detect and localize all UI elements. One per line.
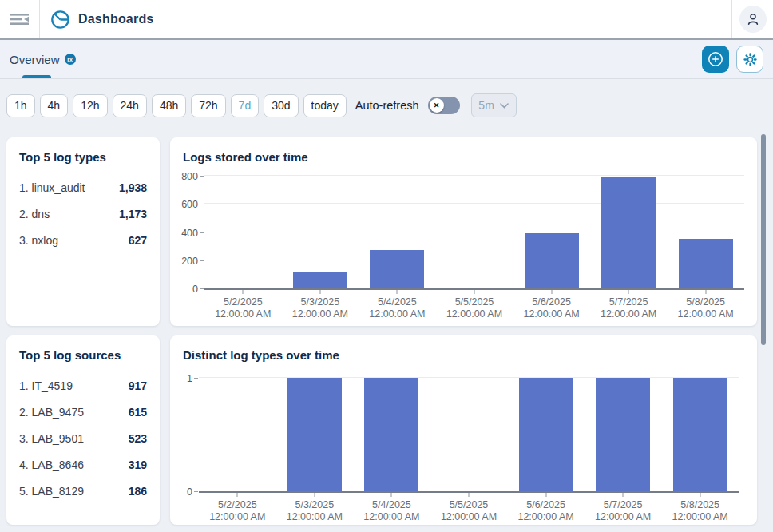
- x-axis-label-time: 12:00:00 AM: [656, 511, 744, 523]
- time-range-chip-1h[interactable]: 1h: [6, 94, 35, 117]
- x-axis-label: 5/5/202512:00:00 AM: [425, 499, 513, 523]
- y-axis-label: 800: [160, 171, 198, 182]
- tab-overview[interactable]: Overview rx: [10, 40, 76, 78]
- x-axis-label: 5/7/202512:00:00 AM: [585, 296, 672, 320]
- y-axis-label: 200: [160, 256, 198, 267]
- top-log-types-list: 1. linux_audit1,9382. dns1,1733. nxlog62…: [6, 164, 160, 253]
- x-axis-tick: [397, 290, 398, 294]
- time-range-chip-48h[interactable]: 48h: [152, 94, 186, 117]
- x-axis-tick: [700, 493, 700, 497]
- time-range-chip-72h[interactable]: 72h: [191, 94, 225, 117]
- x-axis-label-time: 12:00:00 AM: [199, 308, 287, 320]
- gridline-600: [204, 203, 744, 204]
- y-axis-label: 1: [154, 373, 192, 384]
- plus-circle-icon: [708, 51, 723, 67]
- item-label: 5. LAB_8129: [19, 485, 84, 498]
- x-axis-label-date: 5/8/2025: [662, 296, 750, 308]
- distinct-log-types-chart-plot: 015/2/202512:00:00 AM5/3/202512:00:00 AM…: [199, 378, 739, 493]
- item-value: 917: [129, 379, 147, 392]
- y-axis-tick: [200, 288, 204, 289]
- y-axis-label: 600: [160, 199, 198, 210]
- dashboards-logo-icon: [50, 10, 70, 30]
- x-axis-label: 5/2/202512:00:00 AM: [199, 296, 287, 320]
- dashboard-settings-button[interactable]: [736, 46, 763, 73]
- x-axis-label-time: 12:00:00 AM: [508, 308, 596, 320]
- bar-5/3/2025: [293, 272, 347, 288]
- refresh-interval-select[interactable]: 5m: [471, 93, 517, 117]
- list-item: 1. linux_audit1,938: [19, 174, 147, 200]
- list-item: 5. LAB_8129186: [19, 478, 147, 504]
- y-axis-tick: [200, 232, 204, 233]
- x-axis-label: 5/5/202512:00:00 AM: [430, 296, 518, 320]
- y-axis-label: 0: [160, 284, 198, 295]
- chevron-down-icon: [500, 103, 509, 109]
- item-label: 2. dns: [19, 208, 50, 220]
- list-item: 2. dns1,173: [19, 200, 147, 227]
- time-range-group: 1h4h12h24h48h72h7d30dtoday: [6, 94, 351, 117]
- top-bar: Dashboards: [0, 0, 773, 40]
- x-axis-label-time: 12:00:00 AM: [585, 308, 672, 320]
- time-range-chip-12h[interactable]: 12h: [73, 94, 107, 117]
- x-axis-label-date: 5/5/2025: [430, 296, 518, 308]
- x-axis-label-date: 5/7/2025: [585, 296, 672, 308]
- x-axis-label: 5/4/202512:00:00 AM: [353, 296, 441, 320]
- x-axis-label: 5/7/202512:00:00 AM: [579, 499, 667, 523]
- tab-overview-label: Overview: [10, 53, 60, 66]
- page-title: Dashboards: [78, 12, 153, 26]
- bar-5/4/2025: [364, 378, 418, 491]
- close-icon: ✕: [434, 101, 440, 109]
- x-axis-tick: [319, 290, 320, 294]
- item-value: 186: [129, 485, 147, 498]
- x-axis-tick: [628, 290, 629, 294]
- gear-icon: [743, 52, 758, 67]
- y-axis-tick: [200, 260, 204, 261]
- x-axis-label-date: 5/7/2025: [579, 499, 667, 511]
- item-value: 319: [129, 459, 147, 471]
- list-item: 1. IT_4519917: [19, 372, 147, 399]
- x-axis-label-time: 12:00:00 AM: [662, 308, 750, 320]
- top-log-sources-panel: Top 5 log sources 1. IT_45199172. LAB_94…: [6, 335, 160, 525]
- time-range-chip-30d[interactable]: 30d: [264, 94, 298, 117]
- item-value: 615: [129, 406, 147, 419]
- time-range-chip-24h[interactable]: 24h: [113, 94, 147, 117]
- item-label: 1. linux_audit: [19, 181, 85, 194]
- auto-refresh-label: Auto-refresh: [355, 99, 419, 112]
- time-range-chip-4h[interactable]: 4h: [40, 94, 69, 117]
- x-axis-label: 5/3/202512:00:00 AM: [276, 296, 364, 320]
- panel-title: Top 5 log sources: [6, 335, 160, 362]
- distinct-log-types-chart-panel: Distinct log types over time 015/2/20251…: [170, 335, 757, 525]
- time-range-chip-7d[interactable]: 7d: [231, 94, 260, 117]
- y-axis-tick: [194, 491, 198, 492]
- user-menu-button[interactable]: [739, 6, 767, 33]
- bar-5/8/2025: [679, 239, 733, 288]
- y-axis-label: 0: [154, 486, 192, 498]
- item-value: 627: [129, 234, 147, 247]
- x-axis-tick: [314, 493, 315, 497]
- bar-5/3/2025: [287, 378, 342, 491]
- x-axis-tick: [705, 290, 706, 294]
- x-axis-label-date: 5/3/2025: [276, 296, 364, 308]
- y-axis-label: 400: [160, 228, 198, 239]
- bar-5/4/2025: [370, 250, 424, 288]
- gridline-400: [204, 232, 744, 232]
- tab-bar-actions: [702, 46, 763, 73]
- time-range-chip-today[interactable]: today: [303, 94, 347, 117]
- x-axis-tick: [469, 493, 470, 497]
- x-axis-tick: [551, 290, 552, 294]
- panel-title: Top 5 log types: [6, 137, 160, 164]
- gridline-800: [204, 175, 744, 176]
- item-label: 2. LAB_9475: [19, 406, 84, 419]
- auto-refresh-toggle[interactable]: ✕: [428, 97, 460, 114]
- vertical-scrollbar-thumb[interactable]: [761, 134, 766, 345]
- sidebar-collapse-icon: [10, 11, 30, 27]
- x-axis-label-date: 5/6/2025: [502, 499, 590, 511]
- sidebar-collapse-button[interactable]: [0, 0, 40, 38]
- add-dashboard-button[interactable]: [702, 46, 729, 73]
- x-axis-tick: [243, 290, 244, 294]
- chart-title: Distinct log types over time: [170, 335, 757, 362]
- x-axis-label: 5/6/202512:00:00 AM: [508, 296, 596, 320]
- user-icon: [745, 11, 761, 27]
- item-value: 1,173: [119, 208, 147, 220]
- x-axis-label-time: 12:00:00 AM: [347, 511, 435, 523]
- x-axis-label-time: 12:00:00 AM: [502, 511, 590, 523]
